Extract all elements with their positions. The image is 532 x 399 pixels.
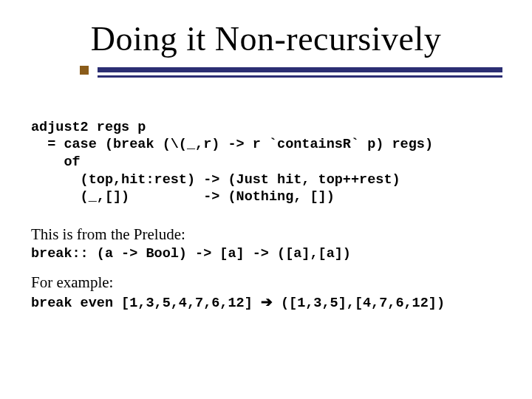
prelude-lead: This is from the Prelude:	[31, 225, 501, 244]
code-block: adjust2 regs p = case (break (\(_,r) -> …	[31, 101, 501, 206]
bullet-square-icon	[80, 66, 89, 75]
example-rhs: ([1,3,5],[4,7,6,12])	[273, 296, 445, 311]
code-line: = case (break (\(_,r) -> r `containsR` p…	[31, 137, 433, 152]
body-text: This is from the Prelude: break:: (a -> …	[31, 225, 501, 312]
slide-title: Doing it Non-recursively	[31, 19, 501, 58]
example-lead: For example:	[31, 273, 501, 292]
slide: Doing it Non-recursively adjust2 regs p …	[0, 0, 532, 399]
arrow-icon: ➔	[261, 294, 273, 310]
code-line: adjust2 regs p	[31, 120, 146, 135]
title-rule	[98, 67, 502, 78]
example-line: break even [1,3,5,4,7,6,12] ➔ ([1,3,5],[…	[31, 293, 501, 313]
prelude-signature: break:: (a -> Bool) -> [a] -> ([a],[a])	[31, 245, 501, 263]
example-lhs: break even [1,3,5,4,7,6,12]	[31, 296, 261, 311]
code-line: (top,hit:rest) -> (Just hit, top++rest)	[31, 172, 400, 188]
code-line: (_,[]) -> (Nothing, [])	[31, 189, 335, 205]
code-line: of	[31, 154, 81, 170]
